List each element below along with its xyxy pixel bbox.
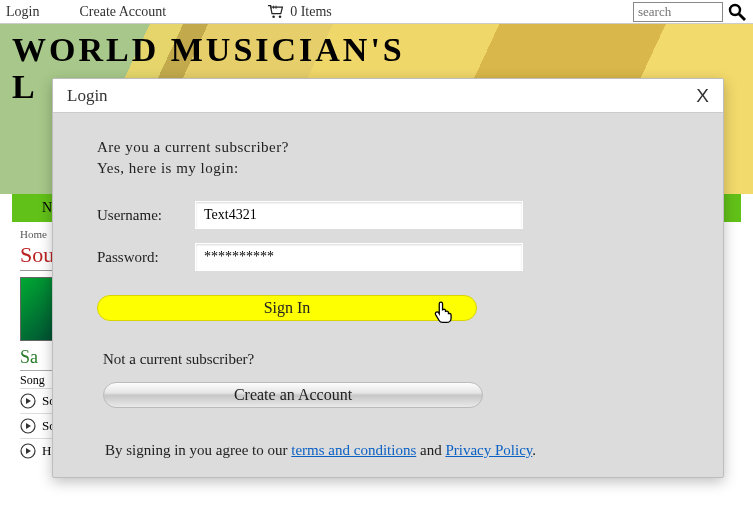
username-input[interactable] (195, 201, 523, 229)
modal-body: Are you a current subscriber? Yes, here … (53, 113, 723, 477)
agree-text: By signing in you agree to our terms and… (97, 442, 679, 459)
search-input[interactable] (633, 2, 723, 22)
modal-titlebar: Login X (53, 79, 723, 113)
svg-point-0 (272, 15, 275, 18)
search-icon[interactable] (727, 2, 747, 22)
search (633, 2, 747, 22)
svg-line-3 (739, 14, 745, 20)
login-modal: Login X Are you a current subscriber? Ye… (52, 78, 724, 478)
cart-icon (266, 4, 286, 20)
username-label: Username: (97, 207, 195, 224)
cart-count: 0 Items (290, 4, 332, 20)
agree-and: and (416, 442, 445, 458)
brand-line2: L (12, 68, 38, 106)
agree-period: . (532, 442, 536, 458)
svg-point-1 (279, 15, 282, 18)
cart[interactable]: 0 Items (266, 4, 332, 20)
top-bar: Login Create Account 0 Items (0, 0, 753, 24)
login-link[interactable]: Login (6, 4, 39, 20)
password-input[interactable] (195, 243, 523, 271)
play-icon[interactable] (20, 443, 36, 459)
play-icon[interactable] (20, 418, 36, 434)
agree-prefix: By signing in you agree to our (105, 442, 291, 458)
brand-line1: World Musician's (12, 32, 405, 68)
close-icon[interactable]: X (696, 85, 709, 107)
create-account-link[interactable]: Create Account (79, 4, 166, 20)
privacy-link[interactable]: Privacy Policy (445, 442, 532, 458)
sign-in-label: Sign In (264, 299, 311, 316)
yes-login-line: Yes, here is my login: (97, 160, 679, 177)
terms-link[interactable]: terms and conditions (291, 442, 416, 458)
svg-point-2 (730, 5, 740, 15)
password-row: Password: (97, 243, 679, 271)
not-subscriber-text: Not a current subscriber? (103, 351, 679, 368)
sign-in-button[interactable]: Sign In (97, 295, 477, 321)
pointer-cursor-icon (431, 299, 453, 325)
create-account-button[interactable]: Create an Account (103, 382, 483, 408)
username-row: Username: (97, 201, 679, 229)
modal-title: Login (67, 86, 108, 106)
play-icon[interactable] (20, 393, 36, 409)
subscriber-question: Are you a current subscriber? (97, 139, 679, 156)
password-label: Password: (97, 249, 195, 266)
